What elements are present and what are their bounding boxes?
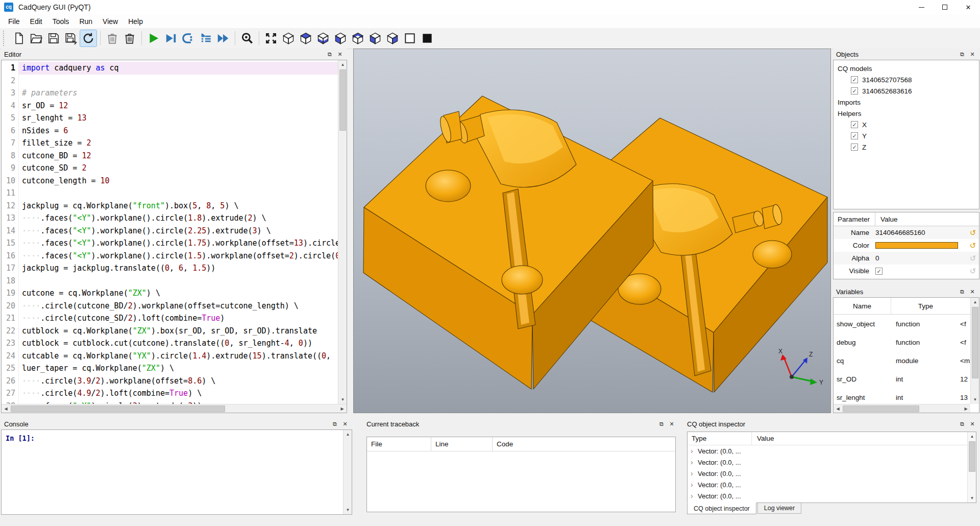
checkbox[interactable]: ✓ bbox=[851, 76, 858, 83]
editor-vertical-scrollbar[interactable]: ▲ ▼ bbox=[338, 60, 347, 404]
visible-checkbox[interactable]: ✓ bbox=[875, 268, 883, 275]
scroll-down-icon[interactable]: ▼ bbox=[968, 494, 976, 503]
variables-horizontal-scrollbar[interactable]: ◀ ▶ bbox=[834, 404, 970, 413]
save-button[interactable] bbox=[45, 30, 62, 46]
inspector-row[interactable]: ›Vector: (0.0, ... bbox=[688, 479, 967, 490]
scrollbar-thumb[interactable] bbox=[339, 69, 346, 131]
undo-icon[interactable]: ↺ bbox=[967, 228, 979, 237]
variables-vertical-scrollbar[interactable]: ▲ ▼ bbox=[970, 298, 979, 404]
debug-button[interactable] bbox=[163, 30, 179, 46]
tree-item-3140652683616[interactable]: ✓3140652683616 bbox=[834, 85, 979, 97]
expand-chevron-icon[interactable]: › bbox=[691, 447, 698, 455]
inspector-row[interactable]: ›Vector: (0.0, ... bbox=[688, 445, 967, 457]
color-swatch[interactable] bbox=[875, 242, 958, 249]
scroll-down-icon[interactable]: ▼ bbox=[971, 395, 979, 404]
float-panel-icon[interactable]: ⧉ bbox=[326, 51, 334, 58]
console-vertical-scrollbar[interactable]: ▲ ▼ bbox=[343, 430, 352, 514]
close-panel-icon[interactable]: ✕ bbox=[341, 421, 349, 427]
undo-icon[interactable]: ↺ bbox=[967, 241, 979, 250]
checkbox[interactable]: ✓ bbox=[851, 132, 858, 139]
continue-button[interactable] bbox=[215, 30, 231, 46]
step-button[interactable] bbox=[180, 30, 197, 46]
scroll-left-icon[interactable]: ◀ bbox=[2, 404, 10, 413]
tree-item-imports[interactable]: Imports bbox=[834, 97, 979, 108]
scroll-up-icon[interactable]: ▲ bbox=[338, 60, 347, 69]
inspector-vertical-scrollbar[interactable]: ▲ ▼ bbox=[967, 432, 976, 503]
tab-cq-object-inspector[interactable]: CQ object inspector bbox=[687, 503, 756, 514]
autoreload-button[interactable] bbox=[80, 30, 96, 46]
float-panel-icon[interactable]: ⧉ bbox=[958, 289, 966, 295]
variable-row-sr_OD[interactable]: sr_ODint12 bbox=[834, 370, 970, 388]
scroll-down-icon[interactable]: ▼ bbox=[344, 506, 352, 514]
param-row-visible[interactable]: Visible✓↺ bbox=[834, 265, 979, 277]
scroll-right-icon[interactable]: ▶ bbox=[338, 404, 347, 413]
undo-icon[interactable]: ↺ bbox=[967, 254, 979, 263]
view-top-button[interactable] bbox=[298, 30, 314, 46]
editor-horizontal-scrollbar[interactable]: ◀ ▶ bbox=[2, 404, 347, 413]
inspector-row[interactable]: ›Vector: (0.0, ... bbox=[688, 457, 967, 468]
tree-item-x[interactable]: ✓X bbox=[834, 119, 979, 130]
param-row-alpha[interactable]: Alpha0↺ bbox=[834, 252, 979, 265]
scroll-up-icon[interactable]: ▲ bbox=[971, 298, 979, 306]
scrollbar-thumb[interactable] bbox=[11, 405, 225, 412]
view-right-button[interactable] bbox=[384, 30, 401, 46]
render-button[interactable] bbox=[145, 30, 162, 46]
scroll-up-icon[interactable]: ▲ bbox=[344, 430, 352, 439]
inspect-objects-button[interactable] bbox=[239, 30, 255, 46]
view-bottom-button[interactable] bbox=[315, 30, 331, 46]
menu-view[interactable]: View bbox=[97, 15, 123, 28]
tree-item-z[interactable]: ✓Z bbox=[834, 141, 979, 153]
float-panel-icon[interactable]: ⧉ bbox=[657, 421, 666, 427]
scroll-up-icon[interactable]: ▲ bbox=[968, 432, 976, 441]
float-panel-icon[interactable]: ⧉ bbox=[331, 421, 339, 427]
menu-run[interactable]: Run bbox=[74, 15, 97, 28]
float-panel-icon[interactable]: ⧉ bbox=[958, 421, 966, 427]
expand-chevron-icon[interactable]: › bbox=[691, 458, 698, 466]
expand-chevron-icon[interactable]: › bbox=[691, 492, 698, 500]
tree-item-3140652707568[interactable]: ✓3140652707568 bbox=[834, 74, 979, 85]
view-front-button[interactable] bbox=[332, 30, 349, 46]
scroll-right-icon[interactable]: ▶ bbox=[962, 404, 970, 413]
tree-item-helpers[interactable]: Helpers bbox=[834, 108, 979, 119]
checkbox[interactable]: ✓ bbox=[851, 121, 858, 128]
toolbar-drag-handle[interactable] bbox=[3, 31, 6, 46]
toggle-shaded-button[interactable] bbox=[419, 30, 435, 46]
menu-help[interactable]: Help bbox=[123, 15, 148, 28]
undo-icon[interactable]: ↺ bbox=[967, 267, 979, 276]
param-row-name[interactable]: Name3140646685160↺ bbox=[834, 226, 979, 239]
delete-object-button[interactable] bbox=[104, 30, 120, 46]
view-iso-button[interactable] bbox=[280, 30, 297, 46]
close-button[interactable]: ✕ bbox=[957, 0, 980, 14]
variable-row-show_object[interactable]: show_objectfunction<f bbox=[834, 315, 970, 333]
checkbox[interactable]: ✓ bbox=[851, 144, 858, 151]
delete-all-button[interactable] bbox=[121, 30, 138, 46]
float-panel-icon[interactable]: ⧉ bbox=[958, 51, 966, 58]
expand-chevron-icon[interactable]: › bbox=[691, 469, 698, 477]
variable-row-cq[interactable]: cqmodule<m bbox=[834, 351, 970, 370]
close-panel-icon[interactable]: ✕ bbox=[968, 421, 976, 427]
view-back-button[interactable] bbox=[350, 30, 366, 46]
console-area[interactable]: In [1]: ▲ ▼ bbox=[1, 429, 352, 515]
toggle-wireframe-button[interactable] bbox=[402, 30, 418, 46]
fit-view-button[interactable] bbox=[263, 30, 279, 46]
tree-item-cq-models[interactable]: CQ models bbox=[834, 63, 979, 74]
step-in-button[interactable] bbox=[198, 30, 214, 46]
expand-chevron-icon[interactable]: › bbox=[691, 481, 698, 489]
scroll-down-icon[interactable]: ▼ bbox=[338, 395, 347, 404]
variable-row-debug[interactable]: debugfunction<f bbox=[834, 333, 970, 351]
inspector-row[interactable]: ›Vector: (0.0, ... bbox=[688, 490, 967, 501]
save-as-button[interactable] bbox=[63, 30, 79, 46]
viewport-3d[interactable]: X Z Y bbox=[353, 49, 831, 413]
scrollbar-thumb[interactable] bbox=[972, 307, 978, 378]
tab-log-viewer[interactable]: Log viewer bbox=[757, 503, 801, 514]
maximize-button[interactable] bbox=[933, 0, 957, 14]
tree-item-y[interactable]: ✓Y bbox=[834, 130, 979, 141]
open-file-button[interactable] bbox=[28, 30, 44, 46]
scrollbar-thumb[interactable] bbox=[969, 441, 975, 472]
close-panel-icon[interactable]: ✕ bbox=[968, 51, 976, 58]
view-left-button[interactable] bbox=[367, 30, 383, 46]
new-file-button[interactable] bbox=[11, 30, 27, 46]
menu-edit[interactable]: Edit bbox=[25, 15, 47, 28]
close-panel-icon[interactable]: ✕ bbox=[968, 289, 976, 295]
close-panel-icon[interactable]: ✕ bbox=[336, 51, 344, 58]
